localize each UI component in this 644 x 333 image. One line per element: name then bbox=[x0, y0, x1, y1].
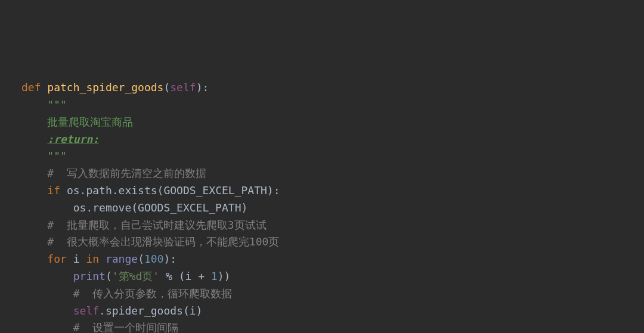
keyword-in: in bbox=[86, 253, 99, 265]
keyword-def: def bbox=[21, 81, 41, 94]
keyword-if: if bbox=[47, 184, 60, 197]
paren-open-expr: ( bbox=[179, 270, 185, 282]
docstring-desc: 批量爬取淘宝商品 bbox=[47, 116, 133, 128]
keyword-self: self bbox=[73, 304, 99, 317]
code-line-5: """ bbox=[21, 148, 623, 165]
spider-goods-call: .spider_goods(i) bbox=[99, 304, 202, 317]
paren-close-range: ): bbox=[163, 253, 177, 265]
os-path-exists-call: os.path.exists(GOODS_EXCEL_PATH): bbox=[67, 184, 280, 197]
builtin-print: print bbox=[73, 270, 106, 282]
comment-clear-data: # 写入数据前先清空之前的数据 bbox=[47, 167, 206, 179]
code-line-3: 批量爬取淘宝商品 bbox=[21, 114, 623, 131]
operator-plus: + bbox=[198, 270, 205, 282]
code-line-13: # 传入分页参数，循环爬取数据 bbox=[21, 285, 623, 303]
code-line-1: def patch_spider_goods(self): bbox=[21, 79, 623, 97]
function-name: patch_spider_goods bbox=[47, 81, 163, 94]
paren-close: ): bbox=[196, 81, 209, 94]
code-line-7: if os.path.exists(GOODS_EXCEL_PATH): bbox=[21, 182, 623, 200]
code-line-11: for i in range(100): bbox=[21, 251, 623, 268]
code-line-8: os.remove(GOODS_EXCEL_PATH) bbox=[21, 200, 623, 217]
var-i: i bbox=[73, 253, 80, 265]
paren-open-range: ( bbox=[138, 253, 144, 265]
param-self: self bbox=[170, 81, 196, 94]
code-line-9: # 批量爬取，自己尝试时建议先爬取3页试试 bbox=[21, 217, 623, 234]
code-line-15: # 设置一个时间间隔 bbox=[21, 319, 623, 333]
code-line-6: # 写入数据前先清空之前的数据 bbox=[21, 165, 623, 182]
var-i-expr: i bbox=[185, 270, 191, 282]
comment-slider-captcha: # 很大概率会出现滑块验证码，不能爬完100页 bbox=[47, 235, 279, 248]
keyword-for: for bbox=[47, 253, 67, 265]
paren-open: ( bbox=[163, 81, 170, 94]
code-editor[interactable]: def patch_spider_goods(self): """ 批量爬取淘宝… bbox=[21, 79, 623, 333]
string-page: '第%d页' bbox=[112, 270, 159, 282]
number-1: 1 bbox=[211, 270, 218, 282]
code-line-2: """ bbox=[21, 97, 623, 114]
code-line-14: self.spider_goods(i) bbox=[21, 303, 623, 320]
docstring-open: """ bbox=[47, 98, 67, 111]
os-remove-call: os.remove(GOODS_EXCEL_PATH) bbox=[73, 201, 248, 214]
comment-page-param: # 传入分页参数，循环爬取数据 bbox=[73, 287, 233, 300]
builtin-range: range bbox=[106, 253, 138, 265]
code-line-12: print('第%d页' % (i + 1)) bbox=[21, 268, 623, 285]
paren-open-print: ( bbox=[106, 270, 112, 282]
code-line-4: :return: bbox=[21, 131, 623, 148]
code-line-10: # 很大概率会出现滑块验证码，不能爬完100页 bbox=[21, 234, 623, 251]
docstring-return-tag: :return: bbox=[47, 133, 99, 145]
docstring-close: """ bbox=[47, 150, 67, 162]
operator-mod: % bbox=[166, 270, 172, 282]
number-100: 100 bbox=[144, 253, 164, 265]
comment-batch-crawl: # 批量爬取，自己尝试时建议先爬取3页试试 bbox=[47, 219, 266, 231]
paren-close-expr: )) bbox=[218, 270, 231, 282]
comment-time-interval: # 设置一个时间间隔 bbox=[73, 321, 179, 333]
